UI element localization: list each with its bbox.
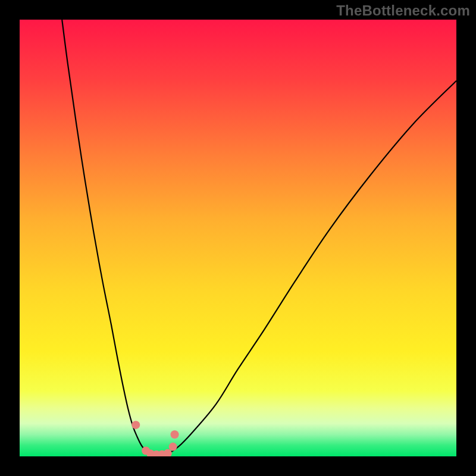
scatter-dot [171,430,179,439]
watermark-label: TheBottleneck.com [336,2,470,19]
chart-svg [20,20,456,456]
scatter-dot [169,443,177,451]
gradient-background [20,20,456,456]
chart-frame: TheBottleneck.com [0,0,476,476]
scatter-dot [131,421,140,429]
chart-plot-area [20,20,456,456]
